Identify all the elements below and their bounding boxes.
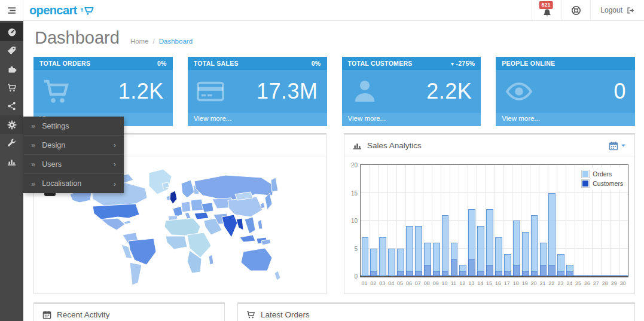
tile-title: TOTAL SALES — [194, 60, 239, 67]
chart-bar-customers — [406, 271, 413, 276]
sidebar-item-catalog[interactable] — [0, 41, 23, 60]
flyout-item-settings[interactable]: Settings — [23, 117, 124, 136]
chart-bar-customers — [397, 271, 404, 276]
latest-orders-panel: Latest Orders — [237, 302, 635, 321]
sidebar-item-system[interactable] — [0, 115, 23, 134]
chart-bar-customers — [504, 271, 511, 276]
chart-bar-orders — [388, 249, 395, 277]
breadcrumb: Home/Dashboard — [130, 38, 193, 45]
x-axis-tick-label: 10 — [440, 280, 449, 286]
x-axis-tick-label: 29 — [609, 280, 618, 286]
sidebar-item-extensions[interactable] — [0, 60, 23, 78]
chart-legend: OrdersCustomers — [579, 167, 625, 190]
chart-bar-customers — [477, 271, 484, 276]
tile-total-customers: TOTAL CUSTOMERS-275% 2.2K View more... — [342, 57, 481, 126]
sales-analytics-panel: Sales Analytics OrdersCustomers 05101520… — [344, 133, 635, 294]
chart-bar-customers — [495, 271, 502, 276]
chart-bar-customers — [566, 271, 573, 276]
chart-bar-customers — [522, 271, 529, 276]
chart-body: OrdersCustomers 051015200102030405060708… — [344, 157, 634, 294]
chart-bar-customers — [531, 271, 538, 276]
breadcrumb-separator: / — [153, 38, 155, 45]
person-icon — [351, 78, 379, 105]
x-axis-tick-label: 03 — [378, 280, 387, 286]
notifications-button[interactable]: 521 — [532, 0, 561, 20]
flyout-item-design[interactable]: Design — [23, 136, 124, 155]
sidebar-item-tools[interactable] — [0, 134, 23, 152]
gear-icon — [7, 120, 17, 130]
flyout-item-users[interactable]: Users — [23, 155, 124, 174]
tile-value: 17.3M — [257, 79, 318, 104]
panel-title: Recent Activity — [57, 310, 110, 319]
chart-gridline — [459, 165, 459, 276]
chart-bar-customers — [451, 259, 458, 276]
page-title: Dashboard — [35, 28, 120, 48]
x-axis-tick-label: 05 — [396, 280, 405, 286]
menu-toggle-button[interactable] — [0, 0, 23, 20]
shopping-cart-icon — [7, 83, 17, 93]
x-axis-tick-label: 17 — [502, 280, 511, 286]
chart-bar-customers — [424, 265, 431, 276]
logo-text: opencart — [29, 4, 77, 17]
x-axis-tick-label: 11 — [449, 280, 458, 286]
x-axis-tick-label: 04 — [387, 280, 396, 286]
recent-activity-header: Recent Activity — [34, 304, 224, 321]
latest-orders-header: Latest Orders — [238, 304, 634, 321]
x-axis-tick-label: 08 — [422, 280, 431, 286]
double-chevron-icon — [31, 160, 42, 169]
x-axis-tick-label: 26 — [583, 280, 592, 286]
caret-down-icon — [451, 60, 454, 67]
x-axis-tick-label: 07 — [413, 280, 422, 286]
sidebar-nav — [0, 21, 23, 321]
date-range-button[interactable] — [609, 141, 626, 151]
notification-badge: 521 — [539, 1, 553, 9]
chart-gridline — [361, 192, 628, 193]
store-front-button[interactable] — [561, 0, 590, 20]
caret-down-icon — [621, 143, 626, 148]
dashboard-icon — [7, 27, 17, 37]
tile-title: TOTAL ORDERS — [39, 60, 90, 67]
chart-bar-customers — [468, 259, 475, 276]
chart-bar-orders — [415, 226, 422, 276]
opencart-logo[interactable]: opencart — [23, 0, 94, 20]
chart-plot: OrdersCustomers — [360, 164, 628, 277]
chart-bar-customers — [459, 271, 466, 276]
legend-swatch — [581, 170, 590, 178]
x-axis-tick-label: 25 — [574, 280, 583, 286]
tile-value: 2.2K — [426, 79, 472, 104]
tile-change: 0% — [157, 60, 167, 67]
chart-bar-customers — [370, 271, 377, 276]
sidebar-item-reports[interactable] — [0, 152, 23, 171]
chart-gridline — [575, 165, 575, 276]
double-chevron-icon — [31, 140, 42, 149]
chart-bar-orders — [531, 215, 538, 276]
wrench-icon — [7, 139, 16, 148]
menu-icon — [7, 5, 17, 16]
breadcrumb-current-link[interactable]: Dashboard — [159, 38, 193, 45]
view-more-link[interactable]: View more... — [188, 113, 327, 126]
puzzle-icon — [7, 65, 17, 74]
x-axis-tick-label: 22 — [547, 280, 556, 286]
x-axis-tick-label: 16 — [494, 280, 503, 286]
logout-button[interactable]: Logout — [590, 0, 644, 20]
y-axis-tick-label: 20 — [346, 162, 358, 169]
shopping-cart-icon — [42, 77, 71, 106]
breadcrumb-home-link[interactable]: Home — [130, 38, 149, 45]
view-more-link[interactable]: View more... — [496, 113, 635, 126]
sidebar-item-sales[interactable] — [0, 78, 23, 97]
view-more-link[interactable]: View more... — [342, 113, 481, 126]
sidebar-item-dashboard[interactable] — [0, 23, 23, 41]
x-axis-tick-label: 09 — [431, 280, 440, 286]
x-axis-tick-label: 19 — [520, 280, 529, 286]
flyout-item-localisation[interactable]: Localisation — [23, 174, 124, 193]
sidebar-item-marketing[interactable] — [0, 97, 23, 115]
x-axis-tick-label: 18 — [511, 280, 520, 286]
chart-bar-orders — [522, 232, 529, 276]
cart-logo-icon — [80, 5, 94, 16]
chart-bar-orders — [477, 226, 484, 276]
legend-item: Orders — [581, 170, 623, 178]
chart-bar-customers — [433, 271, 440, 276]
chevron-right-icon — [114, 160, 116, 169]
eye-icon — [505, 77, 533, 106]
shopping-cart-icon — [246, 310, 255, 319]
